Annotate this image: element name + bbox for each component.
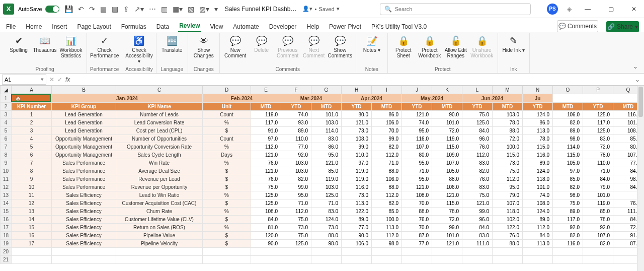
fx-icon[interactable]: fx	[65, 76, 70, 83]
cell[interactable]: 113.0	[523, 127, 553, 135]
cell[interactable]: 77.0	[402, 240, 432, 248]
row-header[interactable]: 12	[1, 183, 12, 191]
cell[interactable]: 112.0	[251, 143, 281, 151]
cell[interactable]: 75.0	[281, 216, 311, 224]
ribbon-translate-button[interactable]: 🔤Translate	[159, 34, 185, 53]
cell[interactable]: 115.0	[523, 143, 553, 151]
cell[interactable]: 108.0	[251, 208, 281, 216]
ribbon-notes--button[interactable]: 📝Notes ▾	[359, 34, 384, 53]
cell[interactable]: 124.0	[523, 208, 553, 216]
cell[interactable]: 10	[12, 183, 52, 191]
qat-icon[interactable]: ▥	[161, 5, 168, 13]
cell[interactable]: 84.0	[462, 224, 493, 232]
header-kpi_number[interactable]: KPI Number	[12, 103, 52, 111]
cell[interactable]: 107.0	[432, 159, 462, 167]
cell[interactable]: 71.0	[311, 199, 342, 208]
ribbon-spelling-button[interactable]: ✔Spelling	[6, 34, 31, 53]
cell[interactable]: 121.0	[311, 159, 342, 167]
cell[interactable]: 13	[12, 208, 52, 216]
cell[interactable]: 90.0	[251, 240, 281, 248]
cell[interactable]	[432, 256, 462, 264]
cell[interactable]: Sales Efficiency	[52, 199, 116, 208]
header-kpi_name[interactable]: KPI Name	[116, 103, 203, 111]
ytd-header[interactable]: YTD	[402, 103, 432, 111]
cell[interactable]: 107.0	[583, 232, 613, 240]
row-header[interactable]: 2	[1, 103, 12, 111]
cell[interactable]: 76.0	[493, 232, 523, 240]
cell[interactable]	[523, 248, 553, 256]
row-header[interactable]: 18	[1, 232, 12, 240]
mtd-header[interactable]: MTD	[311, 103, 342, 111]
spreadsheet-grid[interactable]: ◢ABCDEFGHIJKLMNOPQ 1🏠Jan-2024Feb-2024Mar…	[0, 86, 644, 271]
maximize-button[interactable]: ▢	[604, 6, 618, 13]
cell[interactable]: 70.0	[372, 127, 402, 135]
cell[interactable]: 6	[12, 151, 52, 159]
cell[interactable]: 110.0	[281, 135, 311, 143]
qat-icon[interactable]: ▦▾	[173, 5, 183, 13]
cell[interactable]: 112.0	[372, 191, 402, 199]
cell[interactable]: 75.0	[462, 191, 493, 199]
cell[interactable]: 73.0	[342, 191, 372, 199]
cell[interactable]: 117.0	[553, 216, 583, 224]
cell[interactable]: 95.0	[493, 183, 523, 191]
column-header-D[interactable]: D	[203, 86, 251, 94]
cell[interactable]: 90.0	[342, 232, 372, 240]
cell[interactable]: Lead Generation	[52, 111, 116, 119]
cell[interactable]: 74.0	[281, 111, 311, 119]
qat-icon[interactable]: ▦	[100, 5, 107, 13]
cell[interactable]: Count	[203, 135, 251, 143]
ribbon-check-accessibility--button[interactable]: ♿Check Accessibility ▾	[126, 34, 151, 64]
cell[interactable]: 84.0	[583, 175, 613, 183]
column-header-G[interactable]: G	[311, 86, 342, 94]
qat-icon[interactable]: ⇪	[123, 5, 129, 13]
cell[interactable]: 4	[12, 135, 52, 143]
cell[interactable]: 98.0	[372, 240, 402, 248]
undo-icon[interactable]: ↶	[78, 5, 84, 13]
cell[interactable]: 85.0	[311, 167, 342, 175]
cell[interactable]: Days	[203, 151, 251, 159]
cell[interactable]: 5	[12, 143, 52, 151]
cell[interactable]: 124.0	[311, 216, 342, 224]
cell[interactable]: 99.0	[462, 208, 493, 216]
cell[interactable]: 75.0	[493, 167, 523, 175]
cell[interactable]: 76.0	[402, 216, 432, 224]
cell[interactable]: 121.0	[342, 119, 372, 127]
row-header[interactable]: 15	[1, 208, 12, 216]
cell[interactable]: 89.0	[523, 216, 553, 224]
cell[interactable]: 125.0	[281, 240, 311, 248]
cell[interactable]: 82.0	[281, 175, 311, 183]
ribbon-protect-sheet-button[interactable]: 🔒Protect Sheet	[391, 34, 416, 58]
cell[interactable]: 85.0	[583, 208, 613, 216]
cell[interactable]: 88.0	[311, 232, 342, 240]
save-icon[interactable]: 💾	[64, 5, 73, 13]
ytd-header[interactable]: YTD	[523, 103, 553, 111]
cell[interactable]: 89.0	[342, 216, 372, 224]
cell[interactable]: 83.0	[311, 208, 342, 216]
cell[interactable]	[311, 256, 342, 264]
cell[interactable]: Opportunity Management	[52, 135, 116, 143]
cell[interactable]	[52, 256, 116, 264]
cell[interactable]: 112.0	[281, 208, 311, 216]
cell[interactable]: 75.0	[462, 111, 493, 119]
column-header-M[interactable]: M	[493, 86, 523, 94]
ribbon-hide-ink--button[interactable]: ✎Hide Ink ▾	[501, 34, 526, 53]
cell[interactable]: 87.0	[402, 232, 432, 240]
cell[interactable]: 99.0	[432, 224, 462, 232]
cell[interactable]: 109.0	[432, 151, 462, 159]
cell[interactable]: 101.0	[523, 183, 553, 191]
cell[interactable]: 112.0	[462, 151, 493, 159]
cell[interactable]: 83.0	[462, 159, 493, 167]
mtd-header[interactable]: MTD	[553, 103, 583, 111]
cell[interactable]	[553, 256, 583, 264]
cell[interactable]: 74.0	[523, 191, 553, 199]
cell[interactable]: $	[203, 216, 251, 224]
cell[interactable]: Lead Generation	[52, 127, 116, 135]
ribbon-show-comments-button[interactable]: 💬Show Comments	[328, 34, 353, 58]
cell[interactable]: Sales Efficiency	[52, 191, 116, 199]
cell[interactable]: 105.0	[432, 167, 462, 175]
cell[interactable]: 82.0	[553, 183, 583, 191]
formula-input[interactable]	[72, 75, 631, 85]
cell[interactable]: Lead to Win Ratio	[116, 191, 203, 199]
cell[interactable]: $	[203, 127, 251, 135]
cell[interactable]: 72.0	[432, 127, 462, 135]
